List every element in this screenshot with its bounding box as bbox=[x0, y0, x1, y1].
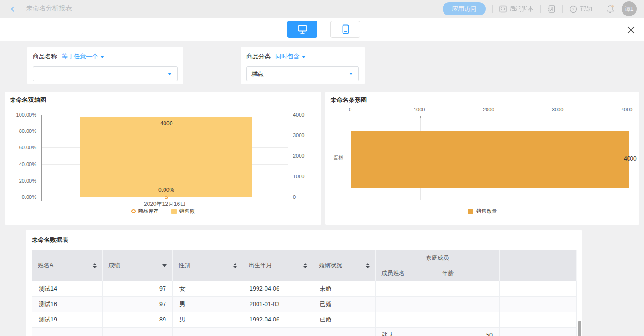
cell-name: 测试19 bbox=[32, 312, 103, 328]
user-avatar[interactable]: 谭1 bbox=[622, 1, 637, 16]
dual-axis-chart-card: 未命名双轴图 100.00% 80.00% 60.00% 40.00% 20.0… bbox=[5, 92, 321, 225]
axis-tick bbox=[351, 116, 351, 118]
sort-icon[interactable] bbox=[303, 263, 307, 268]
column-header-birth[interactable]: 出生年月 bbox=[243, 250, 313, 281]
sort-icon[interactable] bbox=[93, 263, 97, 268]
cell-score: 97 bbox=[103, 281, 173, 297]
filter-card-product-category: 商品分类 同时包含 bbox=[241, 47, 365, 84]
filter-card-product-name: 商品名称 等于任意一个 bbox=[27, 47, 183, 84]
table-vertical-scrollbar[interactable] bbox=[578, 321, 581, 336]
ring-marker-icon bbox=[131, 209, 136, 213]
column-header-empty bbox=[500, 250, 577, 281]
cell-empty bbox=[500, 312, 577, 328]
mobile-view-button[interactable] bbox=[330, 21, 360, 38]
y-left-tick: 100.00% bbox=[5, 112, 36, 117]
filter-operator-dropdown[interactable]: 等于任意一个 bbox=[62, 52, 104, 61]
chevron-down-icon bbox=[349, 73, 353, 75]
y-right-tick: 3000 bbox=[293, 132, 304, 138]
cell-marital: 未婚 bbox=[313, 281, 376, 297]
sales-bar-value-label: 4000 bbox=[80, 120, 252, 127]
sort-icon[interactable] bbox=[233, 263, 237, 268]
y-left-tick: 40.00% bbox=[5, 161, 36, 167]
cell-age bbox=[436, 312, 500, 328]
legend-item-stock[interactable]: 商品库存 bbox=[131, 208, 159, 215]
code-icon bbox=[499, 5, 507, 13]
back-button[interactable] bbox=[7, 3, 20, 15]
column-label: 姓名A bbox=[38, 262, 53, 270]
cell-gender: 女 bbox=[173, 281, 243, 297]
sort-desc-icon[interactable] bbox=[162, 264, 167, 267]
sort-icon[interactable] bbox=[366, 263, 370, 268]
table-row[interactable]: 测试14 97 女 1992-04-06 未婚 bbox=[32, 281, 577, 297]
column-group-family: 家庭成员 bbox=[376, 250, 500, 266]
table-title: 未命名数据表 bbox=[32, 236, 576, 244]
bell-icon bbox=[606, 4, 615, 14]
filter-value-input[interactable] bbox=[247, 67, 343, 81]
cell-member-name bbox=[376, 312, 436, 328]
report-title[interactable]: 未命名分析报表 bbox=[26, 4, 72, 14]
cell-empty bbox=[500, 328, 577, 336]
column-header-name[interactable]: 姓名A bbox=[32, 250, 103, 281]
cell-gender: 男 bbox=[173, 312, 243, 328]
cell-empty bbox=[500, 297, 577, 312]
chart-title: 未命名条形图 bbox=[330, 96, 367, 104]
stock-point-marker[interactable] bbox=[165, 196, 168, 199]
cell-member-name bbox=[376, 297, 436, 312]
cell-member-name: 张大 bbox=[376, 328, 436, 336]
column-header-marital[interactable]: 婚姻状况 bbox=[313, 250, 376, 281]
header-actions: 应用访问 后端脚本 ? 帮助 bbox=[443, 1, 637, 16]
cell-empty bbox=[500, 281, 577, 297]
y-right-tick: 1000 bbox=[293, 174, 304, 179]
column-label: 成绩 bbox=[108, 262, 120, 270]
table-row[interactable]: 测试16 97 男 2001-01-03 已婚 bbox=[32, 297, 577, 312]
filter-dropdown-button[interactable] bbox=[343, 67, 358, 81]
cell-gender: 男 bbox=[173, 297, 243, 312]
back-icon bbox=[11, 6, 17, 12]
sales-bar[interactable] bbox=[80, 117, 252, 197]
stock-point-value-label: 0.00% bbox=[80, 187, 252, 193]
y-axis-category-label: 蛋糕 bbox=[334, 154, 349, 161]
cell-score: 97 bbox=[103, 297, 173, 312]
quantity-bar[interactable] bbox=[351, 131, 629, 188]
cell-score: 89 bbox=[103, 312, 173, 328]
filter-operator-dropdown[interactable]: 同时包含 bbox=[275, 52, 306, 61]
svg-text:?: ? bbox=[572, 7, 574, 12]
legend-item-sales[interactable]: 销售额 bbox=[171, 208, 195, 215]
x-top-tick: 4000 bbox=[621, 107, 632, 112]
table-row[interactable]: 张大 50 bbox=[32, 328, 577, 336]
column-header-member-name[interactable]: 成员姓名 bbox=[376, 266, 436, 281]
filter-dropdown-button[interactable] bbox=[162, 67, 177, 81]
cell-birth: 1992-04-06 bbox=[243, 312, 313, 328]
square-marker-icon bbox=[171, 209, 177, 214]
y-right-tick: 2000 bbox=[293, 153, 304, 159]
cell-age: 50 bbox=[436, 328, 500, 336]
desktop-icon bbox=[297, 25, 308, 34]
contacts-button[interactable] bbox=[547, 5, 556, 13]
desktop-view-button[interactable] bbox=[287, 21, 317, 38]
bar-chart-card: 未命名条形图 0 1000 2000 3000 4000 蛋糕 4000 bbox=[325, 92, 639, 225]
help-label: 帮助 bbox=[580, 5, 592, 13]
close-preview-button[interactable] bbox=[625, 24, 637, 36]
cell-marital: 已婚 bbox=[313, 312, 376, 328]
data-table: 姓名A 成绩 性别 出生年月 bbox=[32, 250, 577, 336]
dual-axis-plot-area: 4000 0.00% bbox=[41, 115, 288, 197]
quantity-bar-value-label: 4000 bbox=[624, 155, 637, 162]
backend-script-button[interactable]: 后端脚本 bbox=[499, 5, 534, 13]
chart-legend: 商品库存 销售额 bbox=[5, 208, 321, 215]
preview-toolbar bbox=[0, 18, 644, 41]
table-row[interactable]: 测试19 89 男 1992-04-06 已婚 bbox=[32, 312, 577, 328]
app-access-button[interactable]: 应用访问 bbox=[443, 2, 486, 15]
notification-button[interactable] bbox=[606, 4, 615, 14]
legend-item-quantity[interactable]: 销售数量 bbox=[468, 208, 497, 215]
column-header-score[interactable]: 成绩 bbox=[103, 250, 173, 281]
column-label: 婚姻状况 bbox=[319, 262, 342, 270]
column-header-gender[interactable]: 性别 bbox=[173, 250, 243, 281]
cell-gender bbox=[173, 328, 243, 336]
chevron-down-icon bbox=[302, 56, 306, 58]
chevron-down-icon bbox=[100, 56, 104, 58]
column-header-age[interactable]: 年龄 bbox=[436, 266, 500, 281]
app-header: 未命名分析报表 应用访问 后端脚本 ? bbox=[0, 0, 644, 18]
cell-marital: 已婚 bbox=[313, 297, 376, 312]
help-button[interactable]: ? 帮助 bbox=[569, 5, 592, 13]
filter-value-input[interactable] bbox=[33, 67, 161, 81]
